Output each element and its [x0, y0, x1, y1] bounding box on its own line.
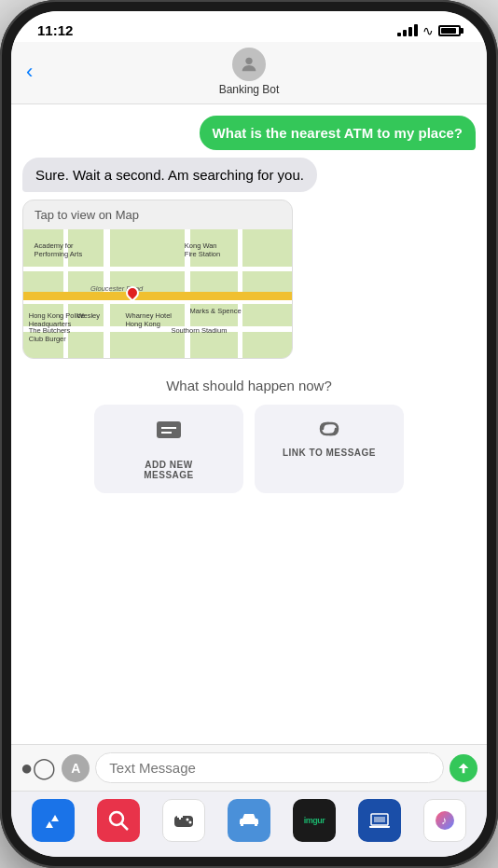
map-pin [125, 286, 140, 307]
dock-music-icon[interactable]: ♪ [423, 799, 466, 842]
dock-car-icon[interactable] [228, 799, 270, 842]
dock-laptop-icon[interactable] [358, 799, 401, 842]
map-image[interactable]: Academy forPerforming Arts Kong WanFire … [23, 229, 292, 359]
message-icon [155, 418, 183, 452]
chat-area: What is the nearest ATM to my place? Sur… [11, 104, 487, 366]
action-buttons: ADD NEWMESSAGE LINK TO MESSAGE [22, 405, 476, 493]
yellow-road [23, 292, 292, 300]
action-question: What should happen now? [22, 378, 476, 393]
send-button[interactable] [450, 754, 477, 782]
map-text-5: Marks & Spence [190, 307, 242, 315]
add-new-message-button[interactable]: ADD NEWMESSAGE [94, 405, 243, 493]
camera-icon[interactable]: ●◯ [21, 756, 56, 780]
map-text-6: The ButchersClub Burger [29, 326, 71, 343]
signal-icon [397, 24, 418, 36]
phone-frame: 11:12 ∿ ‹ [0, 0, 498, 868]
back-button[interactable]: ‹ [26, 60, 33, 84]
phone-screen: 11:12 ∿ ‹ [11, 11, 487, 857]
map-text-7: Southorn Stadium [171, 326, 227, 335]
input-bar: ●◯ A [11, 744, 487, 791]
map-text-8: Wesley [77, 311, 100, 320]
bot-bubble: Sure. Wait a second. Am searching for yo… [22, 158, 317, 192]
map-text-2: Kong WanFire Station [185, 241, 220, 258]
person-icon [239, 54, 259, 75]
map-card[interactable]: Tap to view on Map Academy forPerforming… [22, 200, 293, 359]
svg-point-0 [245, 58, 252, 64]
link-to-message-button[interactable]: LINK TO MESSAGE [255, 405, 404, 493]
wifi-icon: ∿ [422, 23, 434, 38]
svg-line-5 [121, 823, 128, 830]
dock-gamepad-icon[interactable] [162, 799, 205, 842]
bottom-dock: imgur ♪ [11, 791, 487, 857]
dock-appstore-icon[interactable] [32, 799, 75, 842]
appstore-button[interactable]: A [62, 754, 90, 782]
link-message-label: LINK TO MESSAGE [283, 448, 376, 458]
svg-point-10 [189, 821, 192, 824]
link-icon [313, 418, 345, 440]
svg-rect-12 [374, 817, 385, 822]
user-bubble: What is the nearest ATM to my place? [200, 116, 476, 150]
send-icon [456, 761, 471, 776]
dock-search-icon[interactable] [97, 799, 140, 842]
svg-point-4 [110, 812, 123, 825]
svg-rect-1 [157, 421, 181, 438]
dock-imgur-icon[interactable]: imgur [293, 799, 336, 842]
battery-icon [438, 25, 461, 36]
spacer [11, 501, 487, 744]
map-text-1: Academy forPerforming Arts [35, 241, 83, 258]
svg-text:♪: ♪ [441, 814, 447, 827]
status-icons: ∿ [397, 23, 461, 38]
map-text-4: Wharney HotelHong Kong [125, 311, 172, 328]
status-time: 11:12 [37, 22, 73, 38]
appstore-label: A [71, 761, 80, 776]
map-card-label: Tap to view on Map [23, 200, 292, 229]
svg-point-9 [187, 819, 189, 821]
add-message-label: ADD NEWMESSAGE [144, 460, 194, 480]
nav-bar: ‹ Banking Bot [11, 42, 487, 104]
avatar [232, 48, 266, 81]
status-bar: 11:12 ∿ [11, 11, 487, 42]
nav-center: Banking Bot [219, 48, 280, 96]
text-message-input[interactable] [95, 752, 444, 783]
nav-title: Banking Bot [219, 83, 280, 96]
svg-rect-8 [177, 816, 183, 818]
imgur-label: imgur [304, 816, 325, 825]
action-section: What should happen now? ADD NEWMESSAGE [11, 366, 487, 501]
